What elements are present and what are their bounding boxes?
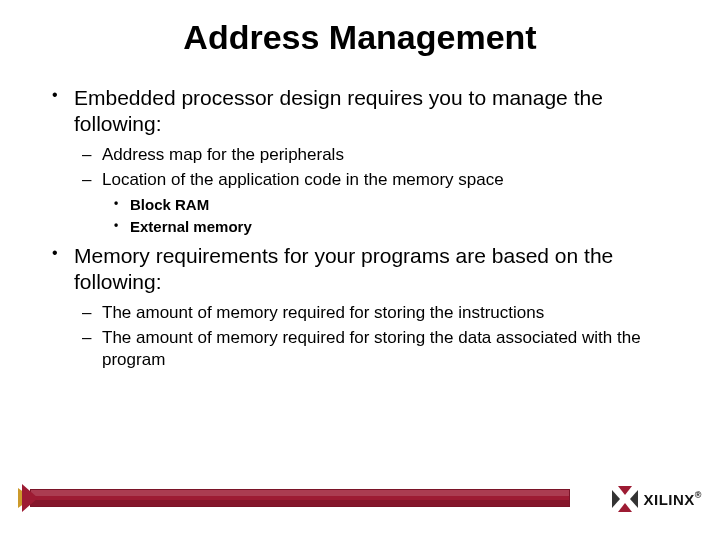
sub-sub-list: Block RAM External memory	[102, 195, 680, 238]
brand-name: XILINX ®	[644, 491, 702, 508]
slide-content: Embedded processor design requires you t…	[0, 85, 720, 371]
slide: Address Management Embedded processor de…	[0, 0, 720, 540]
list-item: Block RAM	[102, 195, 680, 215]
bullet-text: Memory requirements for your programs ar…	[74, 244, 613, 293]
list-item: The amount of memory required for storin…	[74, 302, 680, 324]
list-item: External memory	[102, 217, 680, 237]
footer-bar-accent	[18, 482, 48, 514]
brand-logo: XILINX ®	[612, 486, 702, 512]
list-item: The amount of memory required for storin…	[74, 327, 680, 371]
list-item: Location of the application code in the …	[74, 169, 680, 238]
list-item: Embedded processor design requires you t…	[50, 85, 680, 237]
bullet-text: Block RAM	[130, 196, 209, 213]
list-item: Address map for the peripherals	[74, 144, 680, 166]
registered-icon: ®	[695, 490, 702, 500]
brand-text: XILINX	[644, 491, 695, 508]
sub-list: Address map for the peripherals Location…	[74, 144, 680, 238]
slide-title: Address Management	[0, 18, 720, 57]
slide-footer: XILINX ®	[0, 482, 720, 516]
bullet-text: The amount of memory required for storin…	[102, 328, 641, 369]
bullet-text: Embedded processor design requires you t…	[74, 86, 603, 135]
bullet-text: Location of the application code in the …	[102, 170, 504, 189]
list-item: Memory requirements for your programs ar…	[50, 243, 680, 371]
bullet-list: Embedded processor design requires you t…	[50, 85, 680, 371]
bullet-text: Address map for the peripherals	[102, 145, 344, 164]
bullet-text: External memory	[130, 218, 252, 235]
sub-list: The amount of memory required for storin…	[74, 302, 680, 371]
footer-bar	[30, 489, 570, 507]
xilinx-icon	[612, 486, 638, 512]
bullet-text: The amount of memory required for storin…	[102, 303, 544, 322]
